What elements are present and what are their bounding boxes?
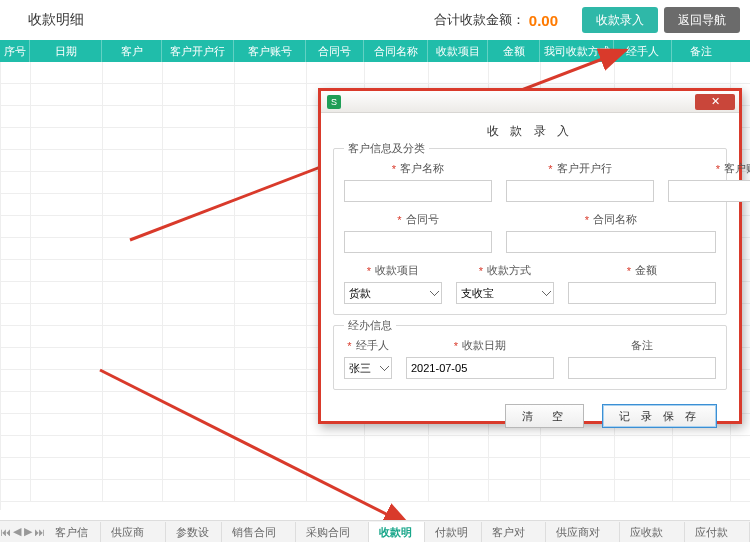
required-marker: * bbox=[479, 265, 483, 277]
pay-item-select[interactable]: 货款 bbox=[344, 282, 442, 304]
sheet-tab[interactable]: 供应商信息 bbox=[101, 522, 166, 542]
handler-select[interactable]: 张三 bbox=[344, 357, 392, 379]
table-cell bbox=[31, 172, 103, 194]
sheet-tab[interactable]: 客户信息 bbox=[45, 522, 101, 542]
table-cell bbox=[31, 458, 103, 480]
tab-nav-next[interactable]: ▶ bbox=[22, 525, 33, 538]
table-cell bbox=[235, 348, 307, 370]
table-cell bbox=[1, 370, 31, 392]
sheet-tab[interactable]: 采购合同明细 bbox=[296, 522, 370, 542]
sheet-tab[interactable]: 应付款汇总 bbox=[685, 522, 750, 542]
table-cell bbox=[673, 62, 731, 84]
table-cell bbox=[235, 458, 307, 480]
pay-method-select[interactable]: 支收宝 bbox=[456, 282, 554, 304]
table-cell bbox=[429, 480, 489, 502]
table-cell bbox=[103, 348, 163, 370]
cust-bank-field[interactable] bbox=[506, 180, 654, 202]
total-amount-value: 0.00 bbox=[529, 12, 558, 29]
column-header: 备注 bbox=[672, 40, 730, 62]
table-row bbox=[1, 480, 750, 502]
cust-name-field[interactable] bbox=[344, 180, 492, 202]
table-row bbox=[1, 436, 750, 458]
table-cell bbox=[429, 458, 489, 480]
table-cell bbox=[235, 260, 307, 282]
table-cell bbox=[103, 172, 163, 194]
dialog-titlebar[interactable]: S ✕ bbox=[321, 91, 739, 113]
table-cell bbox=[489, 436, 541, 458]
tab-nav-prev[interactable]: ◀ bbox=[11, 525, 22, 538]
table-cell bbox=[163, 194, 235, 216]
table-cell bbox=[1, 194, 31, 216]
table-cell bbox=[31, 238, 103, 260]
tab-nav-first[interactable]: ⏮ bbox=[0, 526, 11, 538]
table-cell bbox=[31, 392, 103, 414]
table-cell bbox=[429, 62, 489, 84]
table-cell bbox=[365, 480, 429, 502]
sheet-tab[interactable]: 参数设置 bbox=[166, 522, 222, 542]
receipt-entry-dialog: S ✕ 收 款 录 入 客户信息及分类 *客户名称 *客户开户行 bbox=[318, 88, 742, 424]
remark-field[interactable] bbox=[568, 357, 716, 379]
amount-field[interactable] bbox=[568, 282, 716, 304]
sheet-tab[interactable]: 应收款汇总 bbox=[620, 522, 685, 542]
table-cell bbox=[1, 326, 31, 348]
label-contract-name: 合同名称 bbox=[593, 212, 637, 227]
table-cell bbox=[31, 84, 103, 106]
table-cell bbox=[1, 348, 31, 370]
group-handler-info: 经办信息 *经手人 张三 *收款日期 备注 bbox=[333, 325, 727, 390]
required-marker: * bbox=[397, 214, 401, 226]
table-cell bbox=[31, 326, 103, 348]
table-cell bbox=[31, 194, 103, 216]
sheet-tab[interactable]: 销售合同明细 bbox=[222, 522, 296, 542]
table-cell bbox=[31, 62, 103, 84]
table-cell bbox=[31, 106, 103, 128]
table-cell bbox=[235, 326, 307, 348]
contract-no-field[interactable] bbox=[344, 231, 492, 253]
table-cell bbox=[163, 238, 235, 260]
clear-button[interactable]: 清 空 bbox=[505, 404, 584, 428]
sheet-tab[interactable]: 客户对账单 bbox=[482, 522, 547, 542]
label-contract-no: 合同号 bbox=[406, 212, 439, 227]
table-cell bbox=[429, 436, 489, 458]
table-cell bbox=[103, 216, 163, 238]
table-cell bbox=[1, 150, 31, 172]
date-field[interactable] bbox=[406, 357, 554, 379]
table-cell bbox=[615, 436, 673, 458]
sheet-tab[interactable]: 供应商对账单 bbox=[546, 522, 620, 542]
sheet-tab[interactable]: 收款明细 bbox=[369, 522, 425, 542]
column-header: 收款项目 bbox=[428, 40, 488, 62]
close-icon[interactable]: ✕ bbox=[695, 94, 735, 110]
table-cell bbox=[103, 128, 163, 150]
sheet-tab-bar: ⏮ ◀ ▶ ⏭ 客户信息供应商信息参数设置销售合同明细采购合同明细收款明细付款明… bbox=[0, 520, 750, 542]
table-cell bbox=[615, 62, 673, 84]
table-cell bbox=[103, 62, 163, 84]
table-cell bbox=[235, 480, 307, 502]
cust-acct-field[interactable] bbox=[668, 180, 750, 202]
receipt-entry-button[interactable]: 收款录入 bbox=[582, 7, 658, 33]
column-header: 合同名称 bbox=[364, 40, 428, 62]
table-cell bbox=[541, 458, 615, 480]
table-cell bbox=[235, 238, 307, 260]
table-cell bbox=[103, 150, 163, 172]
table-cell bbox=[1, 106, 31, 128]
table-cell bbox=[103, 304, 163, 326]
save-button[interactable]: 记 录 保 存 bbox=[602, 404, 717, 428]
table-cell bbox=[163, 84, 235, 106]
label-pay-item: 收款项目 bbox=[375, 263, 419, 278]
table-cell bbox=[31, 370, 103, 392]
table-cell bbox=[103, 238, 163, 260]
table-cell bbox=[1, 392, 31, 414]
table-cell bbox=[235, 436, 307, 458]
table-cell bbox=[1, 62, 31, 84]
required-marker: * bbox=[367, 265, 371, 277]
table-cell bbox=[1, 172, 31, 194]
label-handler: 经手人 bbox=[356, 338, 389, 353]
tab-nav-last[interactable]: ⏭ bbox=[34, 526, 45, 538]
table-cell bbox=[673, 480, 731, 502]
table-cell bbox=[163, 260, 235, 282]
contract-name-field[interactable] bbox=[506, 231, 716, 253]
column-header: 客户账号 bbox=[234, 40, 306, 62]
table-cell bbox=[163, 392, 235, 414]
back-nav-button[interactable]: 返回导航 bbox=[664, 7, 740, 33]
table-cell bbox=[615, 480, 673, 502]
sheet-tab[interactable]: 付款明细 bbox=[425, 522, 481, 542]
